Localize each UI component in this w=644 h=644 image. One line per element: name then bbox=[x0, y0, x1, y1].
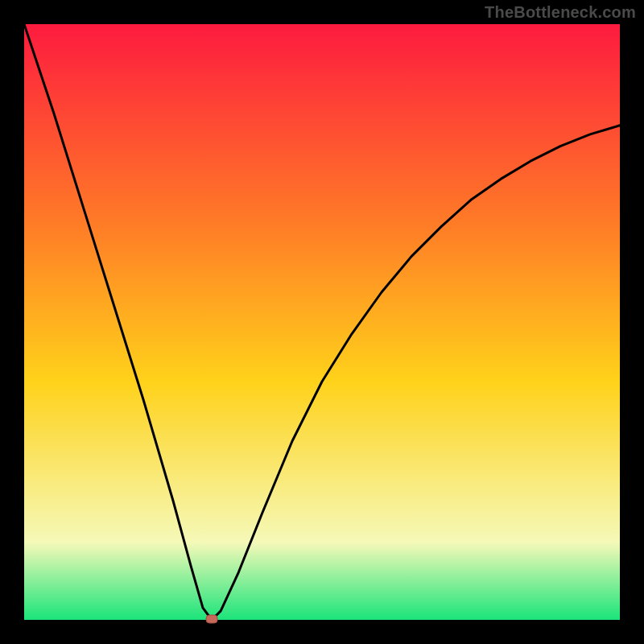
watermark-text: TheBottleneck.com bbox=[485, 3, 636, 22]
chart-frame: TheBottleneck.com bbox=[0, 0, 644, 644]
minimum-marker bbox=[206, 615, 217, 623]
plot-background bbox=[24, 24, 620, 620]
bottleneck-chart bbox=[0, 0, 644, 644]
